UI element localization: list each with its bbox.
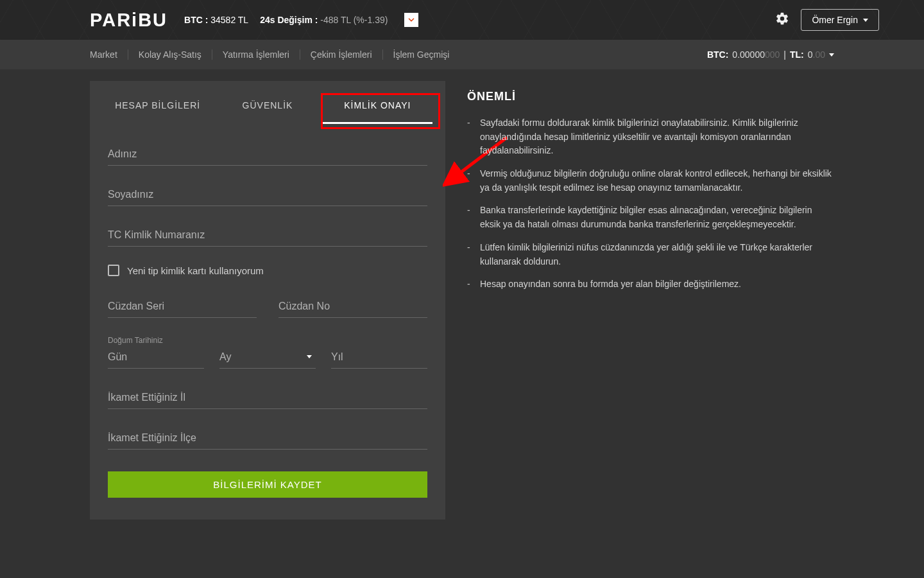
btc-price-value: 34582 TL (210, 15, 248, 25)
info-bullet: Sayfadaki formu doldurarak kimlik bilgil… (467, 116, 834, 158)
logo: PARiBU (90, 10, 167, 31)
info-sidebar: ÖNEMLİ Sayfadaki formu doldurarak kimlik… (467, 81, 834, 520)
tc-id-input[interactable] (108, 224, 427, 247)
user-menu-button[interactable]: Ömer Ergin (801, 9, 879, 31)
caret-down-icon (829, 53, 834, 57)
save-button[interactable]: BİLGİLERİMİ KAYDET (108, 471, 427, 498)
dob-year-input[interactable] (331, 346, 427, 369)
tab-account-info[interactable]: HESAP BİLGİLERİ (103, 81, 212, 124)
info-bullet: Hesap onayından sonra bu formda yer alan… (467, 277, 834, 292)
balance-btc-value: 0.00000000 (732, 49, 780, 60)
balances[interactable]: BTC: 0.00000000 | TL: 0.00 (707, 49, 834, 60)
balance-btc-label: BTC: (707, 49, 728, 60)
btc-change-value: -488 TL (%-1.39) (320, 15, 388, 25)
new-id-card-label: Yeni tip kimlik kartı kullanıyorum (127, 265, 264, 276)
caret-down-icon (863, 19, 868, 22)
nav-item-withdraw[interactable]: Çekim İşlemleri (300, 49, 383, 60)
dob-label: Doğum Tarihiniz (108, 336, 427, 345)
balance-separator: | (783, 49, 786, 60)
btc-price: BTC : 34582 TL (184, 15, 248, 25)
settings-button[interactable] (775, 12, 789, 28)
tab-identity[interactable]: KİMLİK ONAYI (323, 81, 432, 124)
dob-month-select[interactable] (219, 346, 316, 369)
ticker-expand-button[interactable] (404, 13, 418, 27)
info-bullet: Lütfen kimlik bilgilerinizi nüfus cüzdan… (467, 241, 834, 268)
info-title: ÖNEMLİ (467, 90, 834, 103)
balance-tl-value: 0.00 (808, 49, 825, 60)
btc-change: 24s Değişim : -488 TL (%-1.39) (260, 15, 388, 25)
district-input[interactable] (108, 427, 427, 450)
new-id-card-checkbox[interactable] (108, 265, 119, 276)
wallet-series-input[interactable] (108, 295, 257, 318)
nav-item-market[interactable]: Market (90, 49, 128, 60)
top-header: PARiBU BTC : 34582 TL 24s Değişim : -488… (0, 0, 924, 40)
nav-item-deposit[interactable]: Yatırma İşlemleri (212, 49, 300, 60)
wallet-no-input[interactable] (278, 295, 427, 318)
dob-day-input[interactable] (108, 346, 204, 369)
info-bullet: Vermiş olduğunuz bilgilerin doğruluğu on… (467, 167, 834, 195)
tab-security[interactable]: GÜVENLİK (212, 81, 322, 124)
balance-tl-label: TL: (790, 49, 804, 60)
chevron-down-icon (407, 15, 416, 24)
nav-item-easy-trade[interactable]: Kolay Alış-Satış (128, 49, 212, 60)
province-input[interactable] (108, 387, 427, 409)
nav-item-history[interactable]: İşlem Geçmişi (383, 49, 460, 60)
account-tabs: HESAP BİLGİLERİ GÜVENLİK KİMLİK ONAYI (103, 81, 432, 124)
account-panel: HESAP BİLGİLERİ GÜVENLİK KİMLİK ONAYI Ye… (90, 81, 445, 520)
info-bullet: Banka transferlerinde kaydettiğiniz bilg… (467, 204, 834, 231)
gear-icon (775, 12, 789, 26)
user-name-label: Ömer Ergin (812, 15, 858, 25)
nav-bar: Market Kolay Alış-Satış Yatırma İşlemler… (0, 40, 924, 69)
first-name-input[interactable] (108, 143, 427, 166)
last-name-input[interactable] (108, 184, 427, 206)
btc-price-label: BTC : (184, 15, 208, 25)
btc-change-label: 24s Değişim : (260, 15, 318, 25)
